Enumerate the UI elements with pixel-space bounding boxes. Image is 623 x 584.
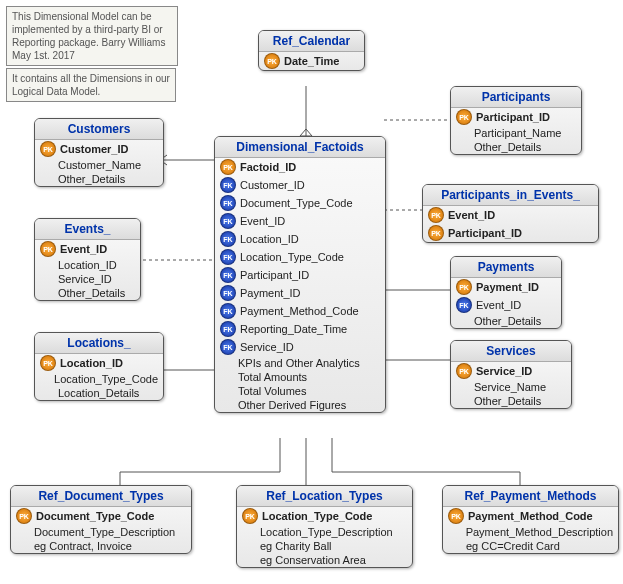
pk-icon: PK	[448, 508, 464, 524]
attr-row: Total Volumes	[215, 384, 385, 398]
attr-label: Participant_ID	[476, 111, 550, 123]
fk-icon: FK	[220, 303, 236, 319]
attr-row: PKService_ID	[451, 362, 571, 380]
attr-row: FKDocument_Type_Code	[215, 194, 385, 212]
svg-line-2	[300, 129, 306, 136]
attr-list: PKDate_Time	[259, 52, 364, 70]
attr-row: PKParticipant_ID	[451, 108, 581, 126]
attr-label: Location_Type_Code	[54, 373, 158, 385]
attr-row: eg Conservation Area	[237, 553, 412, 567]
attr-label: eg Charity Ball	[260, 540, 332, 552]
svg-line-3	[306, 129, 312, 136]
entity-title: Dimensional_Factoids	[215, 137, 385, 158]
entity-title: Ref_Document_Types	[11, 486, 191, 507]
attr-label: Payment_ID	[476, 281, 539, 293]
attr-row: FKParticipant_ID	[215, 266, 385, 284]
note-model-desc: This Dimensional Model can be implemente…	[6, 6, 178, 66]
attr-row: Location_Type_Code	[35, 372, 163, 386]
attr-label: Factoid_ID	[240, 161, 296, 173]
attr-row: FKPayment_Method_Code	[215, 302, 385, 320]
attr-label: Event_ID	[60, 243, 107, 255]
attr-row: PKLocation_ID	[35, 354, 163, 372]
attr-label: Customer_ID	[60, 143, 128, 155]
attr-list: PKPayment_IDFKEvent_IDOther_Details	[451, 278, 561, 328]
entity-title: Ref_Location_Types	[237, 486, 412, 507]
attr-label: Payment_Method_Code	[468, 510, 593, 522]
attr-label: Other Derived Figures	[238, 399, 346, 411]
fk-icon: FK	[220, 249, 236, 265]
attr-row: Other_Details	[35, 172, 163, 186]
attr-row: eg CC=Credit Card	[443, 539, 618, 553]
attr-list: PKParticipant_IDParticipant_NameOther_De…	[451, 108, 581, 154]
attr-row: FKLocation_Type_Code	[215, 248, 385, 266]
attr-row: Service_ID	[35, 272, 140, 286]
attr-label: Payment_Method_Code	[240, 305, 359, 317]
attr-label: Event_ID	[448, 209, 495, 221]
attr-row: FKEvent_ID	[215, 212, 385, 230]
attr-label: Location_Type_Code	[262, 510, 372, 522]
pk-icon: PK	[456, 279, 472, 295]
fk-icon: FK	[456, 297, 472, 313]
attr-label: Other_Details	[474, 315, 541, 327]
attr-row: Customer_Name	[35, 158, 163, 172]
fk-icon: FK	[220, 195, 236, 211]
entity-ref-calendar: Ref_Calendar PKDate_Time	[258, 30, 365, 71]
attr-label: Location_Details	[58, 387, 139, 399]
attr-list: PKService_IDService_NameOther_Details	[451, 362, 571, 408]
attr-label: Location_ID	[58, 259, 117, 271]
attr-row: Service_Name	[451, 380, 571, 394]
attr-list: PKDocument_Type_CodeDocument_Type_Descri…	[11, 507, 191, 553]
attr-row: FKCustomer_ID	[215, 176, 385, 194]
entity-events: Events_ PKEvent_IDLocation_IDService_IDO…	[34, 218, 141, 301]
attr-label: Other_Details	[58, 173, 125, 185]
attr-label: Location_Type_Code	[240, 251, 344, 263]
pk-icon: PK	[428, 207, 444, 223]
attr-row: PKEvent_ID	[423, 206, 598, 224]
attr-row: eg Charity Ball	[237, 539, 412, 553]
entity-ref-location-types: Ref_Location_Types PKLocation_Type_CodeL…	[236, 485, 413, 568]
attr-label: Participant_ID	[240, 269, 309, 281]
entity-participants-in-events: Participants_in_Events_ PKEvent_IDPKPart…	[422, 184, 599, 243]
attr-label: Service_ID	[476, 365, 532, 377]
attr-label: Document_Type_Code	[36, 510, 154, 522]
attr-label: Customer_Name	[58, 159, 141, 171]
entity-title: Customers	[35, 119, 163, 140]
attr-label: Event_ID	[240, 215, 285, 227]
attr-label: Location_ID	[240, 233, 299, 245]
entity-title: Events_	[35, 219, 140, 240]
pk-icon: PK	[456, 109, 472, 125]
attr-label: KPIs and Other Analytics	[238, 357, 360, 369]
entity-title: Locations_	[35, 333, 163, 354]
attr-row: Location_Details	[35, 386, 163, 400]
entity-title: Ref_Payment_Methods	[443, 486, 618, 507]
attr-row: Total Amounts	[215, 370, 385, 384]
entity-title: Participants_in_Events_	[423, 185, 598, 206]
attr-label: Customer_ID	[240, 179, 305, 191]
attr-label: Payment_ID	[240, 287, 301, 299]
fk-icon: FK	[220, 339, 236, 355]
pk-icon: PK	[242, 508, 258, 524]
entity-ref-document-types: Ref_Document_Types PKDocument_Type_CodeD…	[10, 485, 192, 554]
attr-label: eg CC=Credit Card	[466, 540, 560, 552]
entity-services: Services PKService_IDService_NameOther_D…	[450, 340, 572, 409]
attr-label: Date_Time	[284, 55, 339, 67]
attr-row: eg Contract, Invoice	[11, 539, 191, 553]
attr-row: Participant_Name	[451, 126, 581, 140]
attr-label: Total Volumes	[238, 385, 306, 397]
attr-list: PKCustomer_IDCustomer_NameOther_Details	[35, 140, 163, 186]
entity-title: Services	[451, 341, 571, 362]
attr-label: Location_Type_Description	[260, 526, 393, 538]
attr-label: Total Amounts	[238, 371, 307, 383]
attr-row: FKEvent_ID	[451, 296, 561, 314]
attr-row: PKPayment_Method_Code	[443, 507, 618, 525]
fk-icon: FK	[220, 285, 236, 301]
entity-customers: Customers PKCustomer_IDCustomer_NameOthe…	[34, 118, 164, 187]
attr-row: Other_Details	[451, 314, 561, 328]
attr-list: PKLocation_IDLocation_Type_CodeLocation_…	[35, 354, 163, 400]
attr-row: KPIs and Other Analytics	[215, 356, 385, 370]
attr-label: Other_Details	[474, 141, 541, 153]
pk-icon: PK	[428, 225, 444, 241]
pk-icon: PK	[16, 508, 32, 524]
attr-row: PKDocument_Type_Code	[11, 507, 191, 525]
attr-row: FKPayment_ID	[215, 284, 385, 302]
